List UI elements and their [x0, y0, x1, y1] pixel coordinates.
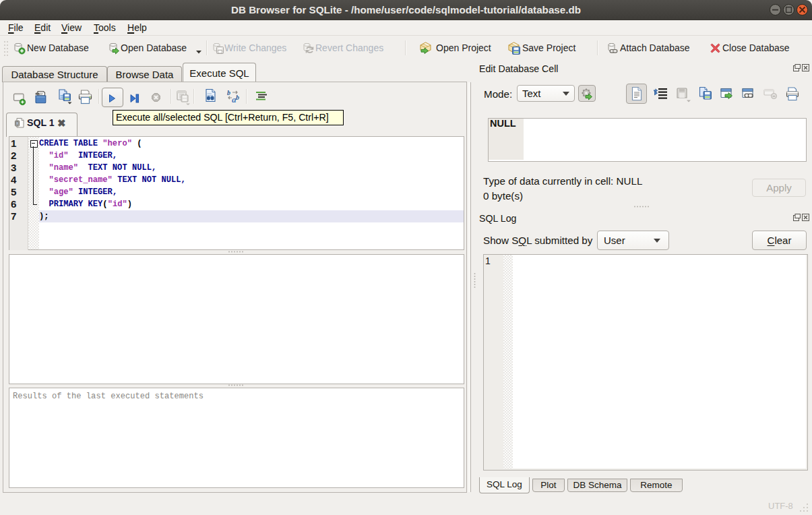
svg-text:b: b — [227, 89, 230, 96]
svg-text:b: b — [236, 94, 239, 101]
